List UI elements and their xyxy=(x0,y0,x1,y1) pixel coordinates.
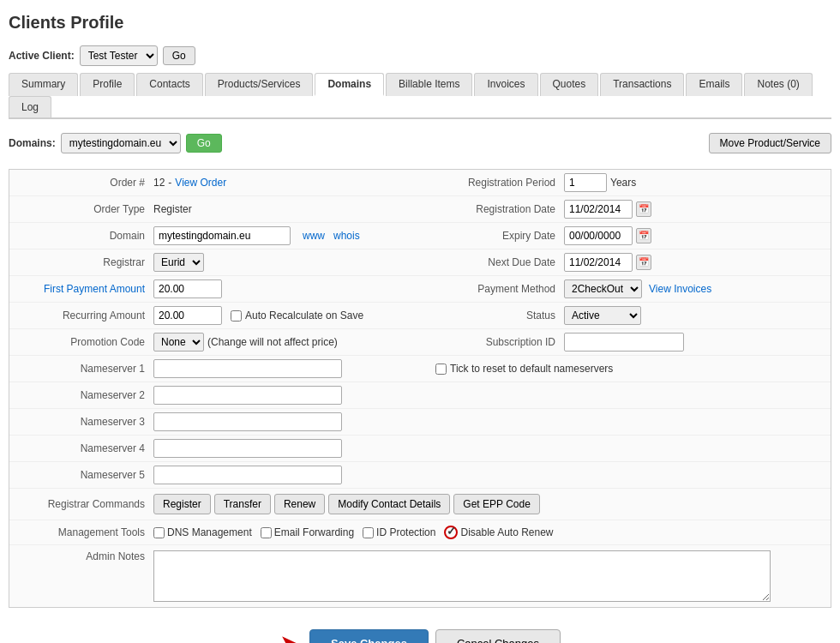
client-select[interactable]: Test Tester xyxy=(80,45,158,66)
expiry-date-calendar-icon[interactable]: 📅 xyxy=(636,228,651,243)
nameserver1-label: Nameserver 1 xyxy=(16,363,153,375)
promotion-label: Promotion Code xyxy=(16,336,153,348)
domains-bar: Domains: mytestingdomain.eu Go Move Prod… xyxy=(9,128,831,159)
nameserver2-label: Nameserver 2 xyxy=(16,389,153,401)
tab-billable-items[interactable]: Billable Items xyxy=(386,73,472,96)
subscription-input[interactable] xyxy=(564,333,684,352)
nameserver3-label: Nameserver 3 xyxy=(16,416,153,428)
page-title: Clients Profile xyxy=(9,9,831,37)
get-epp-button[interactable]: Get EPP Code xyxy=(453,494,540,514)
page-wrapper: Clients Profile Active Client: Test Test… xyxy=(0,0,840,643)
auto-recalc-checkbox[interactable] xyxy=(231,310,242,322)
active-client-bar: Active Client: Test Tester Go xyxy=(9,45,831,66)
tab-quotes[interactable]: Quotes xyxy=(540,73,599,96)
id-protection-checkbox[interactable] xyxy=(363,527,374,538)
modify-contact-button[interactable]: Modify Contact Details xyxy=(328,494,450,514)
expiry-date-label: Expiry Date xyxy=(427,230,564,242)
next-due-date-input[interactable] xyxy=(564,253,633,272)
disable-auto-renew-icon xyxy=(444,526,458,539)
order-number-label: Order # xyxy=(16,177,153,189)
nameserver2-input[interactable] xyxy=(153,386,342,405)
payment-method-label: Payment Method xyxy=(427,283,564,295)
tab-contacts[interactable]: Contacts xyxy=(136,73,202,96)
nameserver4-input[interactable] xyxy=(153,439,342,458)
domain-row: Domain www whois xyxy=(9,223,420,249)
promotion-note: (Change will not affect price) xyxy=(207,336,338,348)
payment-method-row: Payment Method 2CheckOut View Invoices xyxy=(420,276,831,302)
next-due-calendar-icon[interactable]: 📅 xyxy=(636,255,651,270)
email-forwarding-item: Email Forwarding xyxy=(261,526,354,538)
disable-auto-renew-item: Disable Auto Renew xyxy=(444,526,553,539)
order-type-label: Order Type xyxy=(16,203,153,215)
domains-select[interactable]: mytestingdomain.eu xyxy=(61,133,181,153)
registrar-label: Registrar xyxy=(16,256,153,268)
move-product-button[interactable]: Move Product/Service xyxy=(709,133,831,153)
tab-domains[interactable]: Domains xyxy=(315,73,384,96)
recurring-input[interactable] xyxy=(153,306,222,325)
whois-link[interactable]: whois xyxy=(333,230,360,242)
subscription-id-row: Subscription ID xyxy=(420,329,831,355)
recurring-label: Recurring Amount xyxy=(16,309,153,322)
auto-recalc-label: Auto Recalculate on Save xyxy=(231,309,363,322)
tab-transactions[interactable]: Transactions xyxy=(600,73,684,96)
transfer-button[interactable]: Transfer xyxy=(214,494,271,514)
nameserver4-label: Nameserver 4 xyxy=(16,442,153,454)
email-forwarding-label: Email Forwarding xyxy=(274,526,354,538)
promotion-select[interactable]: None xyxy=(153,333,204,352)
registration-date-input[interactable] xyxy=(564,200,633,219)
tab-bar: Summary Profile Contacts Products/Servic… xyxy=(9,73,831,119)
reset-nameservers-checkbox[interactable] xyxy=(435,364,447,375)
status-label: Status xyxy=(427,309,564,322)
tab-profile[interactable]: Profile xyxy=(80,73,135,96)
domains-go-button[interactable]: Go xyxy=(186,134,222,153)
disable-auto-renew-label: Disable Auto Renew xyxy=(460,526,553,538)
registrar-commands-label: Registrar Commands xyxy=(16,498,153,510)
bottom-bar: ➤ Save Changes Cancel Changes xyxy=(9,616,831,643)
management-tools-label: Management Tools xyxy=(16,526,153,538)
domain-label: Domain xyxy=(16,230,153,242)
registrar-row: Registrar Eurid xyxy=(9,249,420,275)
first-payment-input[interactable] xyxy=(153,279,222,298)
admin-notes-row: Admin Notes xyxy=(9,545,831,607)
admin-notes-textarea[interactable] xyxy=(153,550,771,602)
view-invoices-link[interactable]: View Invoices xyxy=(649,283,711,295)
nameserver1-input[interactable] xyxy=(153,359,342,378)
nameserver5-row: Nameserver 5 xyxy=(9,462,420,488)
tab-invoices[interactable]: Invoices xyxy=(474,73,537,96)
expiry-date-input[interactable] xyxy=(564,226,633,245)
view-order-link[interactable]: View Order xyxy=(175,177,226,189)
expiry-date-row: Expiry Date 📅 xyxy=(420,223,831,249)
order-type-row: Order Type Register xyxy=(9,196,420,222)
registration-period-input[interactable] xyxy=(564,173,607,192)
active-client-go-button[interactable]: Go xyxy=(163,46,195,65)
status-select[interactable]: Active Pending Cancelled Fraud Expired xyxy=(564,306,641,325)
order-type-value: Register xyxy=(153,203,192,215)
tab-notes[interactable]: Notes (0) xyxy=(744,73,812,96)
www-link[interactable]: www xyxy=(303,230,325,242)
registration-date-calendar-icon[interactable]: 📅 xyxy=(636,201,651,217)
nameserver5-input[interactable] xyxy=(153,466,342,484)
nameserver3-input[interactable] xyxy=(153,412,342,431)
nameserver5-label: Nameserver 5 xyxy=(16,469,153,481)
cancel-changes-button[interactable]: Cancel Changes xyxy=(435,629,561,643)
save-changes-button[interactable]: Save Changes xyxy=(309,629,429,643)
domain-input[interactable] xyxy=(153,226,291,245)
registration-date-row: Registration Date 📅 xyxy=(420,196,831,222)
management-tools-row: Management Tools DNS Management Email Fo… xyxy=(9,520,831,545)
email-forwarding-checkbox[interactable] xyxy=(261,527,272,538)
renew-button[interactable]: Renew xyxy=(274,494,325,514)
tab-log[interactable]: Log xyxy=(9,96,51,117)
dns-management-checkbox[interactable] xyxy=(153,527,165,538)
registration-period-label: Registration Period xyxy=(427,177,564,189)
registration-date-label: Registration Date xyxy=(427,203,564,215)
register-button[interactable]: Register xyxy=(153,494,211,514)
registrar-select[interactable]: Eurid xyxy=(153,253,204,272)
tab-summary[interactable]: Summary xyxy=(9,73,78,96)
tab-products-services[interactable]: Products/Services xyxy=(205,73,314,96)
dns-management-label: DNS Management xyxy=(167,526,252,538)
nameserver1-row: Nameserver 1 xyxy=(9,356,420,382)
first-payment-row: First Payment Amount xyxy=(9,276,420,302)
tab-emails[interactable]: Emails xyxy=(686,73,742,96)
arrow-indicator: ➤ xyxy=(279,629,299,643)
payment-method-select[interactable]: 2CheckOut xyxy=(564,279,642,298)
